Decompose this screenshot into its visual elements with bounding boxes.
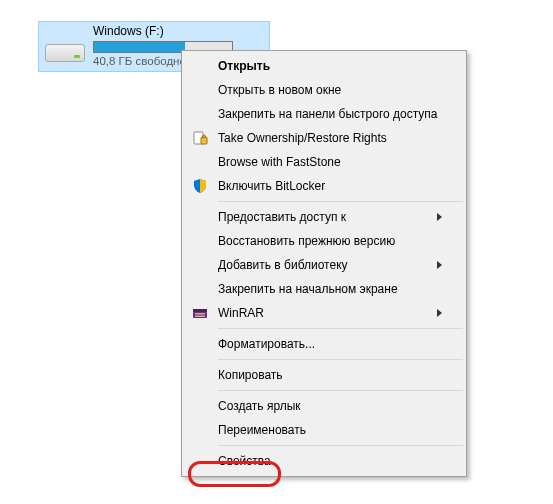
- winrar-icon: [192, 305, 208, 321]
- menu-item[interactable]: Закрепить на панели быстрого доступа: [184, 102, 464, 126]
- menu-item-label: Переименовать: [218, 423, 442, 437]
- menu-item[interactable]: WinRAR: [184, 301, 464, 325]
- menu-item[interactable]: Создать ярлык: [184, 394, 464, 418]
- menu-item-label: Закрепить на панели быстрого доступа: [218, 107, 442, 121]
- menu-separator: [218, 328, 463, 329]
- menu-separator: [218, 201, 463, 202]
- menu-separator: [218, 390, 463, 391]
- menu-item[interactable]: Копировать: [184, 363, 464, 387]
- menu-item-label: Создать ярлык: [218, 399, 442, 413]
- menu-item[interactable]: Открыть: [184, 54, 464, 78]
- drive-icon: [45, 32, 85, 62]
- shield-icon: [192, 178, 208, 194]
- menu-item-label: Добавить в библиотеку: [218, 258, 437, 272]
- svg-rect-5: [195, 313, 205, 315]
- menu-item-label: Копировать: [218, 368, 442, 382]
- menu-item[interactable]: Переименовать: [184, 418, 464, 442]
- menu-item-label: Форматировать...: [218, 337, 442, 351]
- menu-item[interactable]: Добавить в библиотеку: [184, 253, 464, 277]
- menu-item[interactable]: Форматировать...: [184, 332, 464, 356]
- drive-usage-fill: [94, 42, 185, 52]
- menu-item[interactable]: Browse with FastStone: [184, 150, 464, 174]
- takeown-icon: [192, 130, 208, 146]
- menu-item-label: Свойства: [218, 454, 442, 468]
- drive-name: Windows (F:): [93, 23, 233, 39]
- menu-item-label: Открыть: [218, 59, 442, 73]
- chevron-right-icon: [437, 213, 442, 221]
- menu-item-label: Закрепить на начальном экране: [218, 282, 442, 296]
- menu-separator: [218, 359, 463, 360]
- menu-item[interactable]: Включить BitLocker: [184, 174, 464, 198]
- menu-item-label: Предоставить доступ к: [218, 210, 437, 224]
- menu-item[interactable]: Свойства: [184, 449, 464, 473]
- menu-separator: [218, 445, 463, 446]
- menu-item-label: WinRAR: [218, 306, 437, 320]
- chevron-right-icon: [437, 309, 442, 317]
- menu-item[interactable]: Предоставить доступ к: [184, 205, 464, 229]
- menu-item-label: Открыть в новом окне: [218, 83, 442, 97]
- chevron-right-icon: [437, 261, 442, 269]
- menu-item[interactable]: Открыть в новом окне: [184, 78, 464, 102]
- menu-item-label: Browse with FastStone: [218, 155, 442, 169]
- menu-item-label: Включить BitLocker: [218, 179, 442, 193]
- menu-item-label: Восстановить прежнюю версию: [218, 234, 442, 248]
- menu-item[interactable]: Закрепить на начальном экране: [184, 277, 464, 301]
- menu-item-label: Take Ownership/Restore Rights: [218, 131, 442, 145]
- menu-item[interactable]: Восстановить прежнюю версию: [184, 229, 464, 253]
- svg-rect-6: [195, 316, 205, 318]
- context-menu: ОткрытьОткрыть в новом окнеЗакрепить на …: [181, 50, 467, 477]
- svg-rect-4: [193, 309, 207, 312]
- menu-item[interactable]: Take Ownership/Restore Rights: [184, 126, 464, 150]
